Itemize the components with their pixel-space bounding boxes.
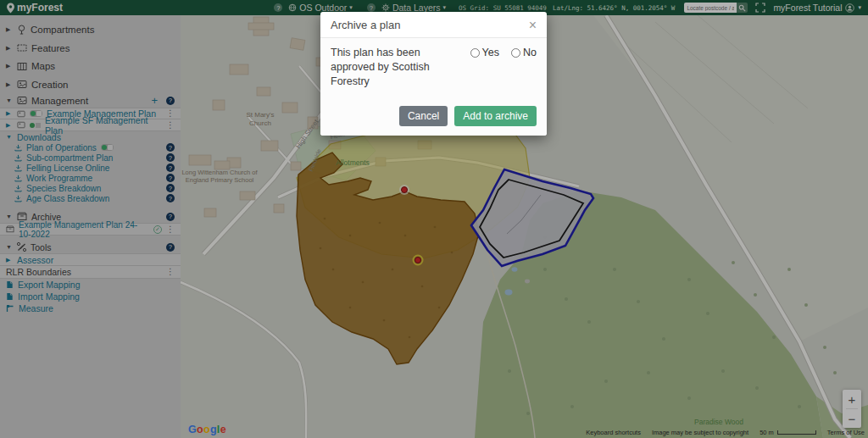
approval-radio-group: Yes No <box>470 46 537 89</box>
radio-yes[interactable]: Yes <box>470 47 499 58</box>
archive-plan-dialog: Archive a plan × This plan has been appr… <box>320 12 547 136</box>
radio-yes-input[interactable] <box>470 48 480 58</box>
dialog-title: Archive a plan <box>331 19 400 31</box>
add-to-archive-button[interactable]: Add to archive <box>454 106 537 126</box>
close-icon[interactable]: × <box>529 20 537 30</box>
cancel-button[interactable]: Cancel <box>399 106 448 126</box>
dialog-message: This plan has been approved by Scottish … <box>331 46 465 89</box>
app-window: myForest ? OS Outdoor ▾ ? Data Layers ▾ … <box>0 0 868 438</box>
radio-no[interactable]: No <box>511 47 537 58</box>
radio-no-input[interactable] <box>511 48 520 58</box>
